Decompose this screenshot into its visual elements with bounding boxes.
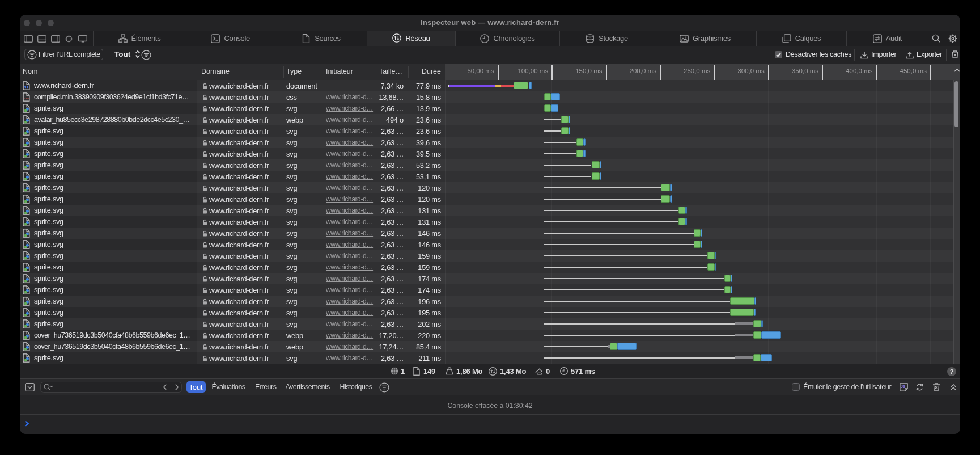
svg-text:?: ?: [950, 368, 954, 374]
svg-text:css: css: [24, 96, 29, 99]
svg-text:JS: JS: [901, 384, 906, 388]
